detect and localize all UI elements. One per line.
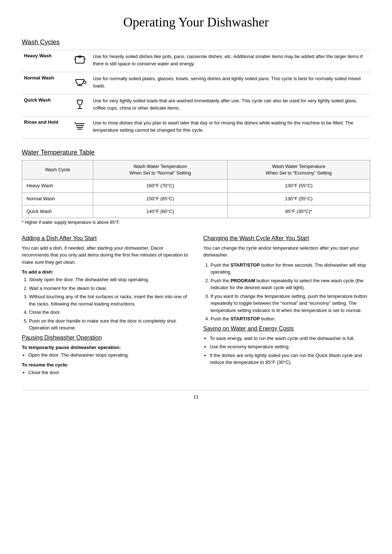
quick-wash-icon [69,94,91,116]
row-economy-normal: 130°F (55°C) [227,192,370,205]
saving-bullets: To save energy, wait to run the wash cyc… [210,335,370,366]
normal-wash-icon [69,72,91,94]
list-item: Wait a moment for the steam to clear. [29,285,189,292]
list-item: Push the START/STOP button. [211,315,370,323]
pausing-section: Pausing Dishwasher Operation To temporar… [22,335,189,376]
table-header-row: Wash Cycle Wash Water Temperature When S… [22,160,370,180]
resume-bullets: Close the door. [28,369,189,376]
cycle-name-quick: Quick Wash [22,94,69,116]
list-item: Close the door. [29,309,189,316]
pause-bullets: Open the door. The dishwasher stops oper… [28,352,189,359]
row-normal-normal: 150°F (65°C) [93,192,228,205]
row-cycle-heavy: Heavy Wash [22,180,93,192]
cycle-name-rinse: Rinse and Hold [22,116,69,139]
list-item: Slowly open the door. The dishwasher wil… [29,276,189,283]
table-row: Quick Wash Use for very lightly soiled l… [22,94,370,116]
row-economy-heavy: 130°F (55°C) [227,180,370,192]
col-header-economy: Wash Water Temperature When Set to “Econ… [227,160,370,180]
list-item: Open the door. The dishwasher stops oper… [28,352,189,359]
changing-cycle-steps: Push the START/STOP button for three sec… [211,262,370,323]
table-row: Normal Wash 150°F (65°C) 130°F (55°C) [22,192,370,205]
col-header-normal: Wash Water Temperature When Set to “Norm… [93,160,228,180]
cycle-desc-rinse: Use to rinse dishes that you plan to was… [91,116,370,139]
changing-cycle-heading: Changing the Wash Cycle After You Start [203,235,370,242]
pause-label: To temporarily pause dishwasher operatio… [22,345,189,350]
row-cycle-quick: Quick Wash [22,205,93,218]
adding-dish-steps: Slowly open the door. The dishwasher wil… [29,276,189,332]
row-cycle-normal: Normal Wash [22,192,93,205]
list-item: Without touching any of the hot surfaces… [29,293,189,307]
cycle-desc-heavy: Use for heavily soiled dishes like pots,… [91,50,370,72]
cycle-name-heavy: Heavy Wash [22,50,69,72]
page-footer: 11 [22,390,370,399]
two-col-layout: Adding a Dish After You Start You can ad… [22,235,370,379]
table-row: Heavy Wash Use for heavily soiled dishes… [22,50,370,72]
right-column: Changing the Wash Cycle After You Start … [203,235,370,379]
changing-cycle-intro: You can change the cycle and/or temperat… [203,245,370,259]
rinse-hold-icon [69,116,91,139]
resume-label: To resume the cycle: [22,362,189,368]
table-row: Rinse and Hold Use to rinse dishes that … [22,116,370,139]
table-row: Normal Wash Use for normally soiled plat… [22,72,370,94]
col-header-cycle: Wash Cycle [22,160,93,180]
list-item: Push on the door handle to make sure tha… [29,317,189,332]
wash-cycles-table: Heavy Wash Use for heavily soiled dishes… [22,50,370,139]
water-temp-section: Water Temperature Table Wash Cycle Wash … [22,149,370,225]
list-item: If the dishes are only lightly soiled yo… [210,352,370,366]
row-normal-heavy: 160°F (70°C) [93,180,228,192]
list-item: If you want to change the temperature se… [211,293,370,314]
adding-dish-heading: Adding a Dish After You Start [22,235,189,242]
table-row: Heavy Wash 160°F (70°C) 130°F (55°C) [22,180,370,192]
list-item: To save energy, wait to run the wash cyc… [210,335,370,342]
adding-dish-intro: You can add a dish, if needed, after sta… [22,245,189,266]
left-column: Adding a Dish After You Start You can ad… [22,235,189,379]
pausing-heading: Pausing Dishwasher Operation [22,335,189,341]
wash-cycles-heading: Wash Cycles [22,38,370,46]
row-normal-quick: 140°F (60°C) [93,205,228,218]
list-item: Close the door. [28,369,189,376]
temperature-table: Wash Cycle Wash Water Temperature When S… [22,160,370,218]
cycle-desc-normal: Use for normally soiled plates, glasses,… [91,72,370,94]
row-economy-quick: 85°F (30°C)* [227,205,370,218]
temp-table-note: * Higher if water supply temperature is … [22,220,370,225]
list-item: Push the PROGRAM button repeatedly to se… [211,277,370,291]
saving-section: Saving on Water and Energy Costs To save… [203,325,370,366]
cycle-desc-quick: Use for very lightly soiled loads that a… [91,94,370,116]
water-temp-heading: Water Temperature Table [22,149,370,156]
changing-cycle-section: Changing the Wash Cycle After You Start … [203,235,370,323]
cycle-name-normal: Normal Wash [22,72,69,94]
adding-dish-section: Adding a Dish After You Start You can ad… [22,235,189,332]
to-add-label: To add a dish: [22,269,189,275]
saving-heading: Saving on Water and Energy Costs [203,325,370,332]
table-row: Quick Wash 140°F (60°C) 85°F (30°C)* [22,205,370,218]
page-title: Operating Your Dishwasher [22,15,370,30]
heavy-wash-icon [69,50,91,72]
list-item: Use the economy temperature setting. [210,343,370,350]
list-item: Push the START/STOP button for three sec… [211,262,370,276]
page-number: 11 [193,394,199,399]
